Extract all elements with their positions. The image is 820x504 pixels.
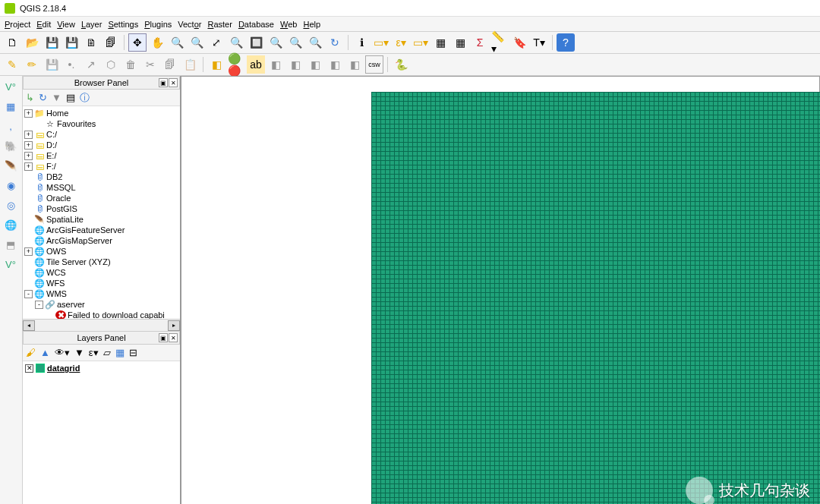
tree-item[interactable]: 🌐WFS <box>24 278 178 288</box>
composer-manager-icon[interactable]: 🗐 <box>102 33 120 52</box>
scroll-left-icon[interactable]: ◂ <box>23 320 35 331</box>
expand-icon[interactable]: + <box>24 131 33 139</box>
menu-view[interactable]: View <box>54 18 78 30</box>
menu-layer[interactable]: Layer <box>78 18 106 30</box>
zoom-full-icon[interactable]: ⤢ <box>207 33 226 52</box>
layer-expand-icon[interactable]: ▦ <box>115 347 125 358</box>
add-delimited-icon[interactable]: , <box>2 117 20 135</box>
tree-item[interactable]: +🖴D:/ <box>24 140 178 150</box>
deselect-icon[interactable]: ▭▾ <box>412 33 430 52</box>
zoom-in-icon[interactable]: 🔍 <box>168 33 186 52</box>
menu-database[interactable]: Database <box>235 18 277 30</box>
layer-remove-icon[interactable]: ⊟ <box>129 347 137 358</box>
zoom-out-icon[interactable]: 🔍 <box>188 33 206 52</box>
paste-icon[interactable]: 📋 <box>181 55 199 74</box>
menu-edit[interactable]: Edit <box>33 18 54 30</box>
open-project-icon[interactable]: 📂 <box>23 33 41 52</box>
measure-icon[interactable]: 📏▾ <box>490 33 509 52</box>
pan-selection-icon[interactable]: ✋ <box>148 33 166 52</box>
expand-icon[interactable]: + <box>24 162 33 171</box>
undock-layers-icon[interactable]: ▣ <box>159 333 168 342</box>
layers-tree[interactable]: ✕ datagrid <box>23 361 180 504</box>
tree-item[interactable]: 🌐Tile Server (XYZ) <box>24 257 178 267</box>
add-oracle-icon[interactable]: ◎ <box>2 196 20 214</box>
zoom-last-icon[interactable]: 🔍 <box>266 33 285 52</box>
zoom-selection-icon[interactable]: 🔲 <box>247 33 265 52</box>
expand-icon[interactable]: + <box>24 141 33 150</box>
plugin-7-icon[interactable]: ◧ <box>326 55 344 74</box>
add-layer-icon[interactable]: ↳ <box>26 92 34 103</box>
tree-item[interactable]: 🛢DB2 <box>24 172 178 182</box>
tree-item[interactable]: ☆Favourites <box>24 118 178 129</box>
tree-item[interactable]: +🖴F:/ <box>24 161 178 172</box>
node-tool-icon[interactable]: ⬡ <box>102 55 120 74</box>
layer-eye-icon[interactable]: 👁▾ <box>55 347 70 358</box>
plugin-6-icon[interactable]: ◧ <box>306 55 324 74</box>
identify-icon[interactable]: ℹ <box>352 33 371 52</box>
layer-group-icon[interactable]: ▱ <box>103 347 111 358</box>
add-wcs-icon[interactable]: ⬒ <box>2 235 20 254</box>
add-wms-icon[interactable]: 🌐 <box>2 216 20 234</box>
plugin-4-icon[interactable]: ◧ <box>266 55 285 74</box>
layer-row[interactable]: ✕ datagrid <box>25 364 178 373</box>
edit-pencil-icon[interactable]: ✏ <box>23 55 41 74</box>
bookmark-icon[interactable]: 🔖 <box>510 33 528 52</box>
add-mssql-icon[interactable]: ◉ <box>2 176 20 194</box>
add-wfs-icon[interactable]: V° <box>2 255 20 273</box>
new-project-icon[interactable]: 🗋 <box>3 33 21 52</box>
browser-tree[interactable]: +📁Home☆Favourites+🖴C:/+🖴D:/+🖴E:/+🖴F:/🛢DB… <box>23 106 180 319</box>
print-composer-icon[interactable]: 🗎 <box>82 33 100 52</box>
menu-web[interactable]: Web <box>277 18 300 30</box>
save-icon[interactable]: 💾 <box>43 33 61 52</box>
tree-item[interactable]: +📁Home <box>24 108 178 118</box>
layers-panel-header[interactable]: Layers Panel ▣ ✕ <box>23 331 180 345</box>
menu-raster[interactable]: Raster <box>204 18 235 30</box>
move-feature-icon[interactable]: ↗ <box>82 55 100 74</box>
select-icon[interactable]: ▭▾ <box>372 33 390 52</box>
refresh-icon[interactable]: ↻ <box>326 33 344 52</box>
tree-item[interactable]: 🌐ArcGisFeatureServer <box>24 225 178 235</box>
add-postgis-icon[interactable]: 🐘 <box>2 137 20 155</box>
annotation-icon[interactable]: T▾ <box>530 33 548 52</box>
tree-item[interactable]: -🔗aserver <box>24 299 178 310</box>
layer-filter-icon[interactable]: ▼ <box>74 347 84 358</box>
add-feature-icon[interactable]: •. <box>62 55 80 74</box>
tree-item[interactable]: +🌐OWS <box>24 246 178 257</box>
cut-icon[interactable]: ✂ <box>141 55 159 74</box>
scroll-right-icon[interactable]: ▸ <box>168 320 180 331</box>
menu-plugins[interactable]: Plugins <box>141 18 175 30</box>
menu-project[interactable]: Project <box>2 18 33 30</box>
tree-item[interactable]: 🛢Oracle <box>24 193 178 203</box>
add-vector-icon[interactable]: V° <box>2 77 20 96</box>
delete-icon[interactable]: 🗑 <box>121 55 140 74</box>
expand-icon[interactable]: + <box>24 152 33 160</box>
field-calc-icon[interactable]: ▦ <box>451 33 469 52</box>
tree-item[interactable]: +🖴E:/ <box>24 150 178 161</box>
tree-item[interactable]: -🌐WMS <box>24 288 178 299</box>
filter-browser-icon[interactable]: ▼ <box>52 92 62 103</box>
layer-visibility-checkbox[interactable]: ✕ <box>25 364 33 373</box>
tree-item[interactable]: 🛢MSSQL <box>24 182 178 193</box>
plugin-5-icon[interactable]: ◧ <box>286 55 304 74</box>
pan-icon[interactable]: ✥ <box>128 33 147 52</box>
undock-icon[interactable]: ▣ <box>159 78 168 87</box>
zoom-next-icon[interactable]: 🔍 <box>286 33 304 52</box>
browser-panel-header[interactable]: Browser Panel ▣ ✕ <box>23 76 180 90</box>
attr-table-icon[interactable]: ▦ <box>431 33 449 52</box>
help-icon[interactable]: ? <box>557 33 575 52</box>
plugin-3-icon[interactable]: ab <box>247 55 265 74</box>
layer-expr-icon[interactable]: ε▾ <box>89 347 99 358</box>
tree-item[interactable]: 🛢PostGIS <box>24 203 178 214</box>
add-raster-icon[interactable]: ▦ <box>2 97 20 115</box>
statistics-icon[interactable]: Σ <box>471 33 489 52</box>
expand-icon[interactable]: + <box>24 247 33 256</box>
plugin-2-icon[interactable]: 🟢🔴 <box>227 55 245 74</box>
tree-item[interactable]: ✖Failed to download capabi <box>24 310 178 319</box>
browser-hscroll[interactable]: ◂ ▸ <box>23 319 180 331</box>
select-expr-icon[interactable]: ε▾ <box>392 33 410 52</box>
edit-toggle-icon[interactable]: ✎ <box>3 55 21 74</box>
close-panel-icon[interactable]: ✕ <box>169 78 178 87</box>
plugin-1-icon[interactable]: ◧ <box>207 55 226 74</box>
layer-name[interactable]: datagrid <box>47 364 80 373</box>
add-spatialite-icon[interactable]: 🪶 <box>2 156 20 175</box>
